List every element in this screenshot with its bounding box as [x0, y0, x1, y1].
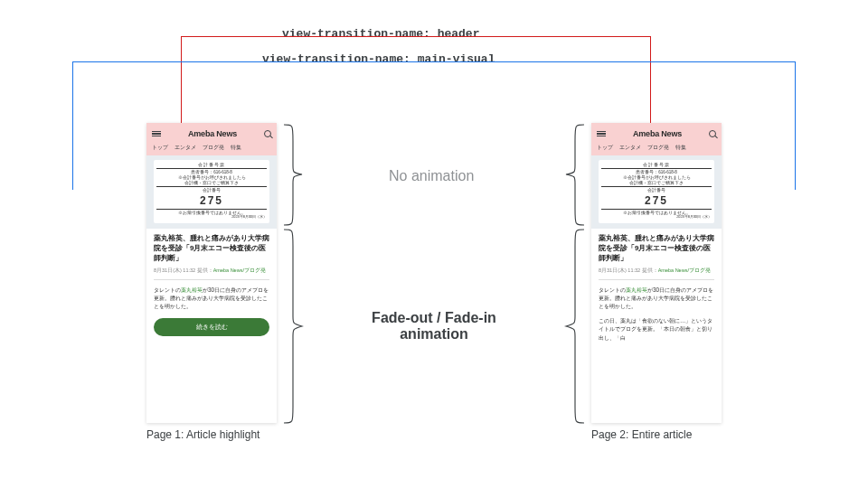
article-headline: 薬丸裕英、腫れと痛みがあり大学病院を受診「9月末エコー検査後の医師判断」	[599, 234, 714, 263]
nav-tab[interactable]: エンタメ	[175, 144, 196, 152]
menu-icon[interactable]	[152, 131, 161, 137]
label-visual-transition: view-transition-name: main-visual	[262, 52, 495, 66]
nav-tab[interactable]: ブログ発	[203, 144, 224, 152]
ticket-image: 会計番号票 患者番号：616-618-8 ※会計番号がお呼びされましたら 会計機…	[154, 160, 269, 223]
nav-tab[interactable]: 特集	[675, 144, 686, 152]
ticket-title: 会計番号票	[156, 162, 267, 167]
article-headline: 薬丸裕英、腫れと痛みがあり大学病院を受診「9月末エコー検査後の医師判断」	[154, 234, 269, 263]
ticket-number: 275	[156, 194, 267, 208]
ticket-subheading: 会計番号	[601, 188, 712, 193]
article-meta: 8月31日(木) 11:32 提供：Ameba News/ブログ発	[599, 267, 714, 274]
ticket-title: 会計番号票	[601, 162, 712, 167]
nav-tab[interactable]: 特集	[231, 144, 241, 152]
ticket-number: 275	[601, 194, 712, 208]
main-visual: 会計番号票 患者番号：616-618-8 ※会計番号がお呼びされましたら 会計機…	[591, 155, 722, 229]
app-logo: Ameba News	[633, 129, 682, 138]
app-header: Ameba News トップ エンタメ ブログ発 特集	[146, 123, 277, 155]
nav-tab[interactable]: トップ	[597, 144, 613, 152]
connector-header-box	[181, 36, 651, 134]
app-header: Ameba News トップ エンタメ ブログ発 特集	[591, 123, 722, 155]
caption-page-2: Page 2: Entire article	[591, 428, 692, 441]
menu-icon[interactable]	[597, 131, 606, 137]
ticket-subheading: 会計番号	[156, 188, 267, 193]
caption-page-1: Page 1: Article highlight	[146, 428, 259, 441]
label-header-transition: view-transition-name: header	[282, 27, 479, 41]
ticket-note: 会計機・窓口でご精算下さ	[601, 181, 712, 186]
ticket-date: 2023年8月30日（水）	[156, 215, 267, 220]
annotation-no-animation: No animation	[389, 168, 474, 184]
brace-lower-right	[280, 228, 306, 425]
nav-tabs[interactable]: トップ エンタメ ブログ発 特集	[591, 144, 722, 155]
ticket-image: 会計番号票 患者番号：616-618-8 ※会計番号がお呼びされましたら 会計機…	[599, 160, 714, 223]
article-body: 薬丸裕英、腫れと痛みがあり大学病院を受診「9月末エコー検査後の医師判断」 8月3…	[591, 229, 722, 349]
article-text: タレントの薬丸裕英が30日に自身のアメブロを更新。腫れと痛みがあり大学病院を受診…	[599, 286, 714, 311]
ticket-date: 2023年8月30日（水）	[601, 215, 712, 220]
phone-page-2: Ameba News トップ エンタメ ブログ発 特集 会計番号票 患者番号：6…	[591, 123, 722, 423]
search-icon[interactable]	[709, 130, 716, 137]
brace-upper-right	[280, 123, 306, 227]
main-visual: 会計番号票 患者番号：616-618-8 ※会計番号がお呼びされましたら 会計機…	[146, 155, 277, 229]
brace-lower-left	[562, 228, 588, 425]
brace-upper-left	[562, 123, 588, 227]
annotation-fade: Fade-out / Fade-in animation	[357, 310, 511, 343]
article-text-2: この日、薬丸は「食欲のない朝に…」というタイトルでブログを更新。「本日の朝食」と…	[599, 316, 714, 342]
phone-page-1: Ameba News トップ エンタメ ブログ発 特集 会計番号票 患者番号：6…	[146, 123, 277, 423]
nav-tab[interactable]: トップ	[152, 144, 168, 152]
nav-tab[interactable]: エンタメ	[619, 144, 641, 152]
article-meta: 8月31日(木) 11:32 提供：Ameba News/ブログ発	[154, 267, 269, 274]
nav-tab[interactable]: ブログ発	[647, 144, 669, 152]
app-logo: Ameba News	[188, 129, 237, 138]
article-text: タレントの薬丸裕英が30日に自身のアメブロを更新。腫れと痛みがあり大学病院を受診…	[154, 286, 269, 311]
nav-tabs[interactable]: トップ エンタメ ブログ発 特集	[146, 144, 277, 155]
ticket-note: 会計機・窓口でご精算下さ	[156, 181, 267, 186]
read-more-button[interactable]: 続きを読む	[154, 318, 269, 336]
search-icon[interactable]	[264, 130, 271, 137]
article-body: 薬丸裕英、腫れと痛みがあり大学病院を受診「9月末エコー検査後の医師判断」 8月3…	[146, 229, 277, 343]
